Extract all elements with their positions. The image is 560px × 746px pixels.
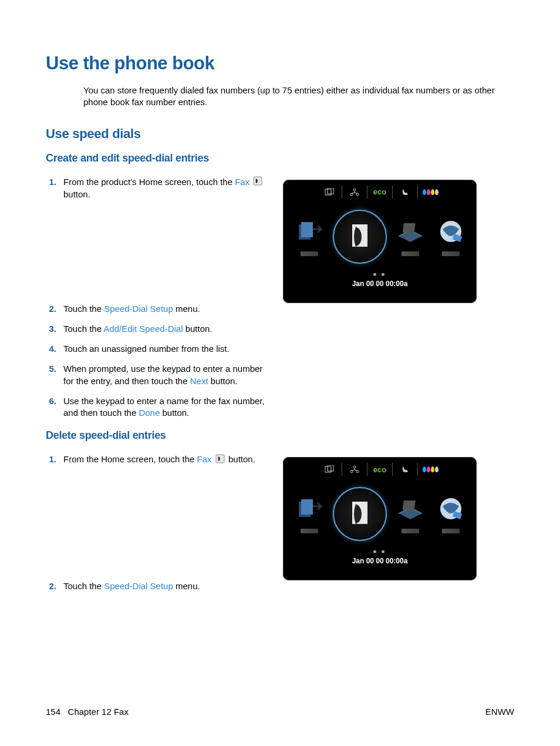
fax-handset-icon	[253, 176, 262, 189]
intro-paragraph: You can store frequently dialed fax numb…	[83, 85, 502, 109]
speed-dial-setup-link: Speed-Dial Setup	[104, 304, 173, 314]
page-indicator: ■ ■	[286, 546, 473, 557]
ink-levels-icon	[418, 186, 443, 199]
step-text: button.	[208, 376, 238, 386]
step-number: 2.	[46, 580, 56, 592]
list-item: 4. Touch an unassigned number from the l…	[46, 343, 269, 355]
svg-point-17	[356, 471, 359, 473]
svg-point-3	[353, 189, 356, 191]
phone-icon	[393, 186, 418, 199]
eco-icon: eco	[367, 463, 393, 476]
next-link: Next	[190, 376, 208, 386]
step-text: Touch the	[63, 324, 103, 334]
svg-point-4	[350, 193, 353, 196]
svg-point-15	[353, 466, 356, 468]
eco-icon: eco	[367, 186, 393, 199]
page-title: Use the phone book	[46, 53, 514, 74]
ink-levels-icon	[418, 463, 443, 476]
svg-point-16	[350, 471, 353, 473]
phone-icon	[393, 463, 418, 476]
status-bar: eco	[286, 461, 473, 479]
add-edit-speed-dial-link: Add/Edit Speed-Dial	[103, 324, 183, 334]
section-heading: Use speed dials	[46, 126, 514, 142]
copy-app-icon	[292, 217, 326, 256]
printer-home-screen: eco	[283, 457, 477, 580]
document-page: Use the phone book You can store frequen…	[0, 0, 560, 746]
step-text: Touch an unassigned number from the list…	[63, 343, 269, 355]
chapter-label: Chapter 12 Fax	[68, 707, 129, 717]
list-item: 1. From the product's Home screen, touch…	[46, 176, 269, 201]
wifi-direct-icon	[317, 463, 342, 476]
scan-app-icon	[393, 495, 427, 533]
step-text: menu.	[173, 304, 200, 314]
step-text: Touch the	[63, 304, 104, 314]
svg-rect-19	[301, 499, 313, 515]
scan-app-icon	[393, 217, 427, 256]
step-text: button.	[160, 408, 189, 418]
status-bar: eco	[286, 183, 473, 202]
step-number: 5.	[46, 363, 56, 375]
step-text: menu.	[173, 581, 200, 591]
apps-icon	[434, 495, 468, 533]
list-item: 2. Touch the Speed-Dial Setup menu.	[46, 303, 269, 315]
page-number: 154	[46, 707, 60, 717]
fax-app-icon-highlighted	[333, 487, 387, 541]
svg-rect-7	[301, 222, 313, 237]
step-text: button.	[228, 454, 255, 464]
fax-handset-icon	[215, 454, 225, 466]
fax-link: Fax	[235, 177, 249, 187]
step-text: button.	[183, 324, 212, 334]
network-icon	[342, 186, 367, 199]
apps-icon	[434, 217, 468, 256]
copy-app-icon	[292, 495, 326, 533]
fax-app-icon-highlighted	[333, 210, 387, 264]
svg-point-5	[356, 193, 359, 196]
printer-home-screen: eco	[283, 180, 477, 303]
datetime-display: Jan 00 00 00:00a	[286, 280, 473, 290]
footer-right: ENWW	[485, 707, 514, 717]
page-footer: 154 Chapter 12 Fax ENWW	[46, 707, 514, 717]
list-item: 1. From the Home screen, touch the Fax b…	[46, 453, 269, 466]
subsection-heading-delete: Delete speed-dial entries	[46, 429, 514, 442]
step-number: 4.	[46, 343, 56, 355]
step-number: 2.	[46, 303, 56, 315]
step-number: 1.	[46, 453, 56, 465]
wifi-direct-icon	[317, 186, 342, 199]
step-number: 1.	[46, 176, 56, 188]
speed-dial-setup-link: Speed-Dial Setup	[104, 581, 173, 591]
step-number: 6.	[46, 395, 56, 407]
step-text: Touch the	[63, 581, 104, 591]
step-number: 3.	[46, 323, 56, 335]
list-item: 2. Touch the Speed-Dial Setup menu.	[46, 580, 269, 592]
step-text: From the Home screen, touch the	[63, 454, 197, 464]
svg-rect-9	[402, 223, 415, 233]
step-text: From the product's Home screen, touch th…	[63, 177, 235, 187]
subsection-heading-create: Create and edit speed-dial entries	[46, 152, 514, 164]
svg-rect-21	[402, 500, 415, 510]
done-link: Done	[139, 408, 160, 418]
network-icon	[342, 463, 367, 476]
step-text: button.	[63, 189, 90, 199]
list-item: 6. Use the keypad to enter a name for th…	[46, 395, 269, 419]
list-item: 5. When prompted, use the keypad to ente…	[46, 363, 269, 387]
fax-link: Fax	[197, 454, 212, 464]
list-item: 3. Touch the Add/Edit Speed-Dial button.	[46, 323, 269, 335]
page-indicator: ■ ■	[286, 269, 473, 280]
datetime-display: Jan 00 00 00:00a	[286, 557, 473, 567]
